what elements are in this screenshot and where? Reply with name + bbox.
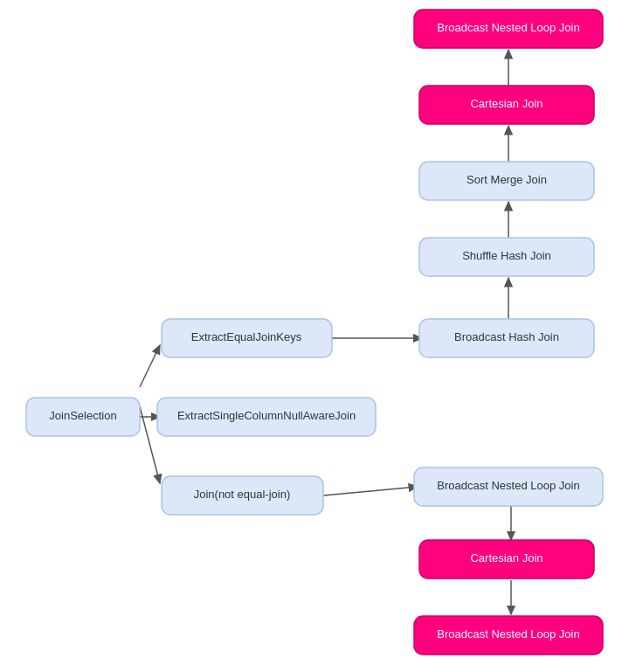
label-joinnotequal: Join(not equal-join) <box>194 488 291 501</box>
label-extractequal: ExtractEqualJoinKeys <box>191 330 302 343</box>
flow-diagram: JoinSelection ExtractEqualJoinKeys Extra… <box>0 0 629 672</box>
edge-joinnotequal-bnlmid <box>323 487 418 495</box>
label-shufflehashjoin: Shuffle Hash Join <box>462 249 551 262</box>
label-joinselection: JoinSelection <box>49 409 116 422</box>
edge-joinselection-extractequal <box>140 345 160 387</box>
label-extractsingle: ExtractSingleColumnNullAwareJoin <box>177 409 356 422</box>
label-bnl-top: Broadcast Nested Loop Join <box>437 21 579 34</box>
label-broadcasthashjoin: Broadcast Hash Join <box>454 330 559 343</box>
label-bnl-mid: Broadcast Nested Loop Join <box>437 479 579 492</box>
label-sortmergejoin: Sort Merge Join <box>467 173 547 186</box>
label-cartesianjoin2: Cartesian Join <box>470 551 543 565</box>
label-bnl-bot: Broadcast Nested Loop Join <box>437 627 579 641</box>
label-cartesianjoin1: Cartesian Join <box>470 97 543 110</box>
